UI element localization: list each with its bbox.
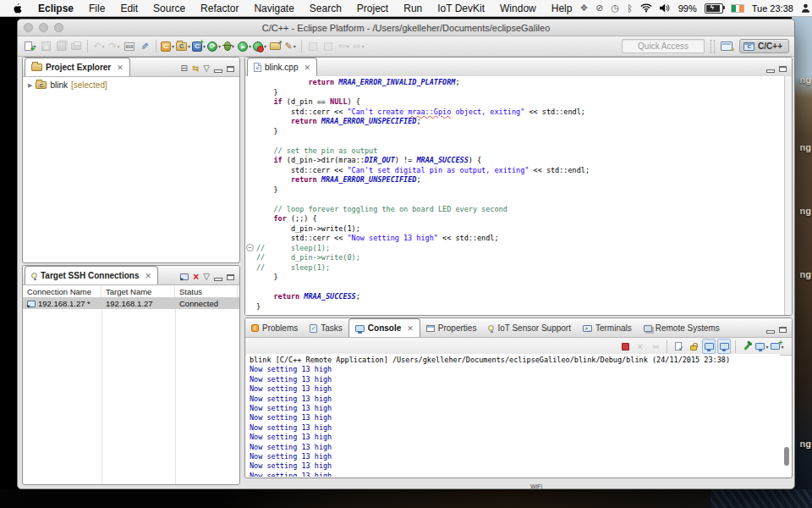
- maximize-view-icon[interactable]: [227, 274, 234, 280]
- delete-connection-icon[interactable]: ×: [193, 273, 199, 281]
- time-machine-icon[interactable]: ◷: [612, 3, 620, 14]
- menu-source[interactable]: Source: [145, 0, 193, 17]
- tab-blink-cpp[interactable]: c blink.cpp ✕: [247, 58, 317, 76]
- menu-bar-clock[interactable]: Tue 23:38: [752, 3, 793, 14]
- menu-iot-devkit[interactable]: IoT DevKit: [430, 0, 492, 17]
- tab-iot-sensor-support[interactable]: IoT Sensor Support: [482, 319, 577, 337]
- console-scrollbar-thumb[interactable]: [784, 447, 789, 466]
- overview-ruler[interactable]: [784, 76, 792, 315]
- tab-console[interactable]: Console✕: [348, 318, 420, 337]
- fast-user-switch-icon[interactable]: [801, 3, 810, 13]
- maximize-view-icon[interactable]: [779, 66, 787, 72]
- minimize-window-button[interactable]: [39, 23, 48, 32]
- dropdown-arrow-icon[interactable]: ▾: [249, 43, 251, 49]
- ssh-column-status[interactable]: Status: [175, 285, 238, 297]
- menu-refactor[interactable]: Refactor: [193, 0, 246, 17]
- tab-terminals[interactable]: Terminals: [577, 319, 638, 337]
- open-resource-icon[interactable]: [268, 39, 282, 54]
- new-c-project-icon[interactable]: ▾: [176, 39, 190, 54]
- input-language-flag-icon[interactable]: [731, 4, 744, 13]
- dropdown-arrow-icon[interactable]: ▾: [765, 344, 768, 350]
- close-window-button[interactable]: [24, 23, 33, 32]
- ssh-column-target-name[interactable]: Target Name: [102, 285, 175, 297]
- console-output[interactable]: blink [C/C++ Remote Application] /Users/…: [246, 354, 780, 477]
- sync-status-icon[interactable]: ❖: [579, 3, 588, 14]
- menu-edit[interactable]: Edit: [112, 0, 145, 17]
- apple-menu-icon[interactable]: [12, 3, 22, 14]
- battery-icon[interactable]: ϟ: [705, 3, 723, 14]
- wifi-icon[interactable]: [640, 3, 652, 13]
- tab-properties[interactable]: Properties: [420, 319, 483, 337]
- close-tab-icon[interactable]: ✕: [145, 272, 152, 280]
- build-all-icon[interactable]: ▾: [207, 39, 221, 54]
- profile-icon[interactable]: ▾: [253, 39, 266, 54]
- view-menu-icon[interactable]: ▽: [203, 273, 210, 281]
- display-selected-console-icon[interactable]: ▾: [755, 339, 769, 354]
- menu-window[interactable]: Window: [492, 0, 544, 17]
- tab-remote-systems[interactable]: Remote Systems: [638, 319, 726, 337]
- new-c-file-icon[interactable]: ▾: [192, 39, 206, 54]
- terminate-icon[interactable]: [618, 339, 632, 354]
- dropdown-arrow-icon[interactable]: ▾: [188, 43, 190, 49]
- expand-arrow-icon[interactable]: ▶: [28, 82, 32, 89]
- quick-access-input[interactable]: Quick Access: [622, 39, 705, 53]
- build-binary-icon[interactable]: [123, 39, 136, 54]
- fold-marker-icon[interactable]: −: [246, 244, 254, 251]
- collapse-all-icon[interactable]: ⊟: [181, 64, 188, 73]
- tab-project-explorer[interactable]: Project Explorer ✕: [25, 58, 130, 76]
- volume-icon[interactable]: [660, 3, 671, 13]
- zoom-window-button[interactable]: [54, 23, 63, 32]
- bluetooth-icon[interactable]: ᛒ: [627, 3, 633, 14]
- dropdown-arrow-icon[interactable]: ▾: [218, 43, 221, 49]
- menu-run[interactable]: Run: [396, 0, 430, 17]
- minimize-view-icon[interactable]: [214, 278, 222, 281]
- open-perspective-icon[interactable]: [721, 41, 732, 51]
- new-connection-icon[interactable]: [180, 273, 189, 280]
- pin-console-icon[interactable]: [740, 339, 754, 354]
- menu-navigate[interactable]: Navigate: [246, 0, 301, 17]
- scroll-lock-icon[interactable]: [687, 339, 700, 354]
- view-menu-icon[interactable]: ▽: [203, 64, 210, 73]
- menu-project[interactable]: Project: [349, 0, 396, 17]
- ssh-table-row[interactable]: 192.168.1.27 *192.168.1.27Connected: [23, 298, 239, 309]
- skip-all-breakpoints-icon[interactable]: [138, 39, 151, 54]
- minimize-view-icon[interactable]: [766, 330, 775, 334]
- minimize-view-icon[interactable]: [766, 69, 775, 73]
- dropdown-arrow-icon[interactable]: ▾: [264, 43, 266, 49]
- show-stdout-change-icon[interactable]: [702, 339, 716, 354]
- close-tab-icon[interactable]: ✕: [117, 64, 123, 72]
- show-stderr-change-icon[interactable]: [717, 339, 731, 354]
- maximize-view-icon[interactable]: [779, 327, 787, 333]
- new-cpp-class-icon[interactable]: ▾: [161, 39, 174, 54]
- window-title-bar[interactable]: C/C++ - Eclipse Platform - /Users/gkelle…: [18, 19, 794, 36]
- new-wizard-icon[interactable]: ▾: [24, 39, 37, 54]
- menu-eclipse[interactable]: Eclipse: [30, 0, 81, 17]
- tab-tasks[interactable]: Tasks: [304, 319, 348, 337]
- search-icon[interactable]: ▾: [283, 39, 297, 54]
- close-tab-icon[interactable]: ✕: [304, 64, 310, 72]
- link-with-editor-icon[interactable]: ⇆: [192, 64, 199, 73]
- tab-problems[interactable]: Problems: [245, 319, 304, 337]
- menu-file[interactable]: File: [81, 0, 112, 17]
- code-editor[interactable]: − return MRAA_ERROR_INVALID_PLATFORM; } …: [245, 76, 785, 315]
- menu-search[interactable]: Search: [302, 0, 349, 17]
- minimize-view-icon[interactable]: [214, 69, 222, 73]
- close-tab-icon[interactable]: ✕: [407, 324, 414, 333]
- run-icon[interactable]: ▾: [238, 39, 251, 54]
- dropdown-arrow-icon[interactable]: ▾: [102, 43, 105, 49]
- maximize-view-icon[interactable]: [227, 66, 234, 72]
- menu-help[interactable]: Help: [544, 0, 580, 17]
- clear-console-icon[interactable]: [672, 339, 685, 354]
- dropdown-arrow-icon[interactable]: ▾: [172, 43, 174, 49]
- dropdown-arrow-icon[interactable]: ▾: [118, 43, 120, 49]
- tab-target-ssh-connections[interactable]: Target SSH Connections ✕: [25, 266, 158, 284]
- perspective-cpp-button[interactable]: C C/C++: [739, 39, 789, 53]
- do-not-disturb-icon[interactable]: ⊘: [595, 3, 603, 14]
- dropdown-arrow-icon[interactable]: ▾: [347, 43, 349, 49]
- open-console-icon[interactable]: ▾: [771, 339, 784, 354]
- dropdown-arrow-icon[interactable]: ▾: [294, 43, 296, 49]
- ssh-column-connection-name[interactable]: Connection Name: [23, 285, 102, 297]
- project-tree-item-blink[interactable]: ▶ C blink [selected]: [23, 77, 239, 90]
- dropdown-arrow-icon[interactable]: ▾: [362, 43, 365, 49]
- debug-icon[interactable]: ▾: [222, 39, 236, 54]
